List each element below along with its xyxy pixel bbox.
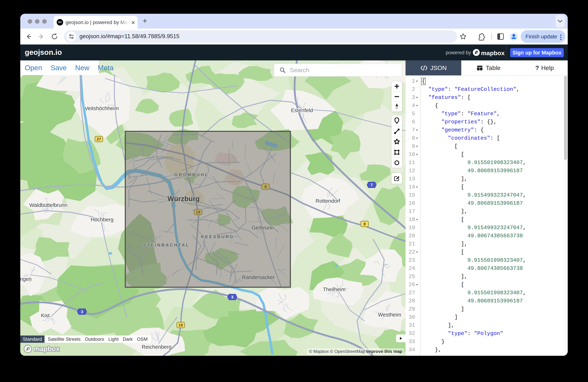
svg-text:Kist: Kist [41, 313, 50, 318]
svg-text:3: 3 [81, 309, 83, 314]
svg-text:19: 19 [178, 323, 183, 327]
svg-text:8: 8 [363, 222, 366, 226]
svg-text:Rottendorf: Rottendorf [315, 198, 340, 204]
svg-text:Waldbüttelbrunn: Waldbüttelbrunn [29, 202, 67, 208]
svg-text:ingen: ingen [20, 276, 32, 282]
svg-text:Westheim: Westheim [378, 312, 401, 318]
svg-text:3: 3 [231, 295, 233, 299]
svg-text:Reichenberg: Reichenberg [142, 344, 171, 350]
svg-text:Estenfeld: Estenfeld [291, 107, 313, 113]
svg-text:Theilheim: Theilheim [323, 286, 346, 292]
svg-text:Höchberg: Höchberg [91, 217, 113, 223]
svg-text:Veitshöchheim: Veitshöchheim [85, 105, 119, 111]
svg-text:27: 27 [97, 137, 101, 141]
svg-text:7: 7 [371, 183, 373, 187]
